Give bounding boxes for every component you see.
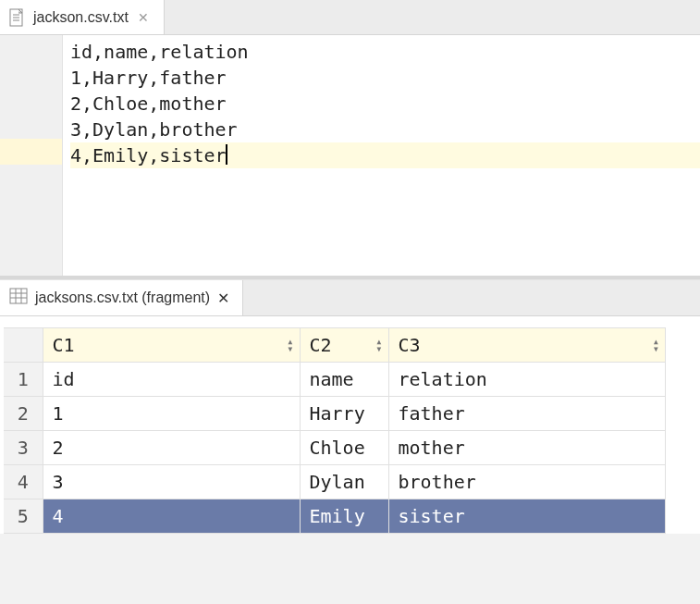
tableview-tab[interactable]: jacksons.csv.txt (fragment) ✕ bbox=[0, 280, 243, 315]
gutter-line bbox=[0, 87, 62, 113]
table-cell[interactable]: sister bbox=[388, 499, 666, 534]
table-cell[interactable]: 3 bbox=[43, 465, 300, 499]
table-row[interactable]: 43Dylanbrother bbox=[4, 465, 666, 499]
tableview-tabbar: jacksons.csv.txt (fragment) ✕ bbox=[0, 279, 700, 316]
table-cell[interactable]: Emily bbox=[300, 499, 388, 534]
table-cell[interactable]: Dylan bbox=[300, 465, 388, 499]
code-line[interactable]: 1,Harry,father bbox=[70, 65, 700, 91]
table-cell[interactable]: 4 bbox=[43, 499, 300, 534]
table-row[interactable]: 1idnamerelation bbox=[4, 363, 666, 397]
text-caret bbox=[226, 144, 227, 165]
editor-tab-label: jackson.csv.txt bbox=[33, 9, 129, 26]
code-line[interactable]: 2,Chloe,mother bbox=[70, 91, 700, 117]
editor-tabbar: jackson.csv.txt ✕ bbox=[0, 0, 700, 35]
svg-rect-4 bbox=[10, 289, 27, 303]
text-file-icon bbox=[9, 8, 26, 27]
row-number[interactable]: 4 bbox=[4, 465, 43, 499]
text-editor-pane: jackson.csv.txt ✕ id,name,relation1,Harr… bbox=[0, 0, 700, 279]
sort-icon[interactable]: ▴▾ bbox=[375, 338, 382, 352]
editor-gutter bbox=[0, 35, 63, 276]
table-row[interactable]: 54Emilysister bbox=[4, 499, 666, 534]
code-line[interactable]: id,name,relation bbox=[70, 39, 700, 65]
table-cell[interactable]: Chloe bbox=[300, 431, 388, 465]
table-cell[interactable]: relation bbox=[388, 363, 666, 397]
gutter-line bbox=[0, 35, 62, 61]
code-line[interactable]: 3,Dylan,brother bbox=[70, 117, 700, 142]
row-number[interactable]: 1 bbox=[4, 363, 43, 397]
close-icon[interactable]: ✕ bbox=[217, 290, 229, 307]
column-header-label: C1 bbox=[53, 334, 75, 356]
table-cell[interactable]: brother bbox=[388, 465, 666, 499]
table-view-pane: jacksons.csv.txt (fragment) ✕ C1 ▴▾ C2 ▴… bbox=[0, 279, 700, 534]
table-cell[interactable]: 1 bbox=[43, 397, 300, 431]
gutter-line bbox=[0, 139, 62, 165]
table-cell[interactable]: 2 bbox=[43, 431, 300, 465]
table-cell[interactable]: mother bbox=[388, 431, 666, 465]
table-cell[interactable]: id bbox=[43, 363, 300, 397]
code-line[interactable]: 4,Emily,sister bbox=[70, 142, 700, 168]
editor-body[interactable]: id,name,relation1,Harry,father2,Chloe,mo… bbox=[0, 35, 700, 276]
table-cell[interactable]: father bbox=[388, 397, 666, 431]
row-number[interactable]: 5 bbox=[4, 499, 43, 534]
editor-code-area[interactable]: id,name,relation1,Harry,father2,Chloe,mo… bbox=[63, 35, 700, 276]
table-corner bbox=[4, 328, 43, 363]
column-header-label: C2 bbox=[310, 334, 332, 356]
column-header[interactable]: C1 ▴▾ bbox=[43, 328, 300, 363]
row-number[interactable]: 2 bbox=[4, 397, 43, 431]
table-cell[interactable]: name bbox=[300, 363, 388, 397]
table-row[interactable]: 21Harryfather bbox=[4, 397, 666, 431]
table-cell[interactable]: Harry bbox=[300, 397, 388, 431]
sort-icon[interactable]: ▴▾ bbox=[287, 338, 293, 352]
table-row[interactable]: 32Chloemother bbox=[4, 431, 666, 465]
sort-icon[interactable]: ▴▾ bbox=[653, 338, 659, 352]
row-number[interactable]: 3 bbox=[4, 431, 43, 465]
gutter-line bbox=[0, 61, 62, 87]
column-header[interactable]: C3 ▴▾ bbox=[388, 328, 666, 363]
editor-tab[interactable]: jackson.csv.txt ✕ bbox=[0, 0, 165, 34]
table-file-icon bbox=[9, 288, 28, 308]
column-header-label: C3 bbox=[399, 334, 421, 356]
close-icon[interactable]: ✕ bbox=[136, 9, 151, 26]
column-header[interactable]: C2 ▴▾ bbox=[300, 328, 388, 363]
data-table[interactable]: C1 ▴▾ C2 ▴▾ C3 ▴▾ 1idnamerelation21Harry… bbox=[4, 327, 666, 534]
gutter-line bbox=[0, 113, 62, 139]
tableview-tab-label: jacksons.csv.txt (fragment) bbox=[35, 290, 210, 306]
